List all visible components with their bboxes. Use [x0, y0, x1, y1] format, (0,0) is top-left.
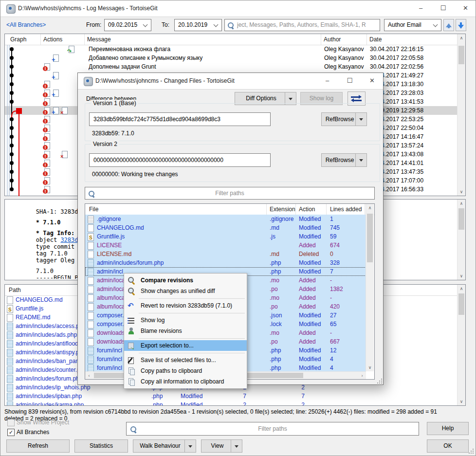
statistics-button[interactable]: Statistics [74, 439, 128, 453]
modified-icon: ! [43, 81, 50, 88]
search-up-button[interactable] [443, 19, 454, 31]
dropdown-icon[interactable] [359, 118, 363, 121]
from-date-combo[interactable]: 09.02.2015 [104, 19, 151, 31]
context-menu-item[interactable]: Copy all information to clipboard [124, 376, 247, 387]
files-vscrollbar[interactable]: ∧ ∨ [366, 204, 374, 371]
to-date-combo[interactable]: 20.10.2019 [174, 19, 222, 31]
context-menu-item[interactable]: Show log [124, 315, 247, 326]
file-row[interactable]: LICENSE Added 674 [85, 241, 366, 250]
context-menu-item[interactable] [124, 351, 247, 355]
dropdown-icon[interactable] [289, 98, 293, 100]
maximize-button[interactable]: ☐ [339, 73, 361, 90]
context-menu-item[interactable] [124, 336, 247, 340]
from-label: From: [86, 21, 101, 28]
path-row-ext: .php [151, 392, 178, 401]
file-row[interactable]: .gitignore .gitignore Modified 1 [85, 215, 366, 223]
col-actions[interactable]: Actions [43, 34, 62, 45]
file-icon [88, 356, 94, 364]
scroll-up-icon[interactable]: ∧ [458, 34, 465, 42]
dropdown-icon[interactable] [188, 445, 192, 448]
filter-paths-input[interactable]: Filter paths [126, 422, 419, 436]
scroll-left-icon[interactable]: ‹ [85, 372, 93, 379]
file-row[interactable]: LICENSE.md .md Deleted 0 [85, 250, 366, 258]
modified-icon: ! [43, 125, 50, 131]
dialog-filter-input[interactable]: Filter paths [85, 187, 375, 200]
scroll-down-icon[interactable]: ∨ [458, 398, 465, 405]
file-row[interactable]: CHANGELOG.md .md Modified 745 [85, 223, 366, 232]
all-branches-checkbox[interactable]: ✓ [7, 429, 15, 436]
col-extension[interactable]: Extension [270, 204, 295, 215]
path-row[interactable]: admin/includes/ipban.php .php Modified 7… [5, 392, 457, 401]
col-path[interactable]: Path [9, 285, 21, 295]
scroll-down-icon[interactable]: ∨ [458, 272, 465, 280]
scroll-thumb[interactable] [458, 46, 464, 64]
dropdown-icon[interactable] [235, 445, 238, 448]
added-icon: + [52, 72, 59, 79]
col-date[interactable]: Date [369, 34, 382, 45]
file-icon [88, 233, 94, 241]
ok-button[interactable]: OK [427, 439, 469, 453]
log-row[interactable]: ! + × ↷ Переименована иконка флага Oleg … [5, 45, 457, 54]
scroll-down-icon[interactable]: ∨ [366, 364, 374, 371]
col-graph[interactable]: Graph [10, 34, 26, 45]
context-menu-item[interactable]: Show changes as unified diff [124, 286, 247, 296]
message-text: tag 7.1.0 [36, 250, 68, 257]
scroll-thumb[interactable] [458, 293, 464, 315]
path-row[interactable]: admin/includes/karma.php .php Modified 2… [5, 401, 457, 405]
minimize-button[interactable]: – [410, 0, 432, 17]
log-row[interactable]: ! + × ↷ Дополнены задачи Grunt Oleg Kasy… [5, 62, 457, 71]
search-input[interactable]: ject, Messages, Paths, Authors, Emails, … [224, 19, 380, 31]
scroll-thumb[interactable] [458, 208, 464, 230]
menu-item-label: Copy all information to clipboard [141, 376, 224, 387]
file-row[interactable]: Gruntfile.js .js Modified 59 [85, 232, 366, 241]
version2-refbrowse-button[interactable]: RefBrowse [321, 153, 367, 167]
walk-behaviour-button[interactable]: Walk Behaviour [133, 439, 196, 453]
resize-grip[interactable] [469, 449, 474, 454]
scroll-right-icon[interactable]: › [358, 372, 366, 379]
all-branches-link[interactable]: <All Branches> [6, 21, 46, 28]
context-menu-item[interactable] [124, 296, 247, 300]
version1-input[interactable]: 3283db599bfdc724c7755d1d8ecd904a8699d8c3 [89, 112, 271, 126]
show-whole-project-checkbox[interactable] [7, 419, 15, 426]
scroll-up-icon[interactable]: ∧ [458, 200, 465, 207]
log-row[interactable]: ! + × ↷ Добавлено описание к Румынскому … [5, 54, 457, 62]
file-row-action: Modified [299, 258, 326, 267]
context-menu-item[interactable]: Compare revisions [124, 275, 247, 286]
app-icon [6, 4, 16, 14]
help-button[interactable]: Help [427, 422, 469, 435]
search-down-button[interactable] [456, 19, 466, 31]
scroll-up-icon[interactable]: ∧ [366, 204, 374, 212]
context-menu-item[interactable] [124, 311, 247, 315]
path-scrollbar[interactable]: ∧ ∨ [457, 285, 465, 405]
col-message[interactable]: Message [87, 34, 111, 45]
version2-input[interactable]: 0000000000000000000000000000000000000000 [89, 153, 271, 167]
close-button[interactable]: ✕ [361, 73, 383, 90]
context-menu-item[interactable]: Blame revisions [124, 326, 247, 336]
close-button[interactable]: ✕ [455, 0, 476, 17]
minimize-button[interactable]: – [316, 73, 338, 90]
col-file[interactable]: File [89, 204, 98, 215]
search-field-combo[interactable]: Author Email [384, 19, 441, 31]
context-menu-item[interactable]: Export selection to... [124, 340, 247, 351]
scroll-thumb[interactable] [367, 214, 373, 262]
col-action[interactable]: Action [299, 204, 315, 215]
maximize-button[interactable]: ☐ [432, 0, 454, 17]
context-menu-item[interactable]: Copy paths to clipboard [124, 365, 247, 376]
menu-item-label: Export selection to... [141, 340, 194, 351]
dialog-resize-grip[interactable] [377, 379, 382, 383]
refresh-button[interactable]: Refresh [6, 439, 70, 453]
dropdown-icon[interactable] [359, 159, 363, 162]
file-row-lines: - [330, 328, 363, 337]
file-row[interactable]: admin/includes/forum.php .php Modified 3… [85, 258, 366, 267]
context-menu-item[interactable]: Save list of selected files to... [124, 355, 247, 365]
version1-refbrowse-button[interactable]: RefBrowse [321, 112, 367, 126]
toolbar: <All Branches> From: 09.02.2015 To: 20.1… [0, 17, 476, 34]
message-scrollbar[interactable]: ∧ ∨ [457, 200, 465, 280]
col-lines-added[interactable]: Lines added [330, 204, 362, 215]
log-scrollbar[interactable]: ∧ ∨ [457, 34, 465, 196]
scroll-down-icon[interactable]: ∨ [458, 188, 465, 196]
context-menu-item[interactable]: Revert to revision 3283db59 (7.1.0) [124, 300, 247, 311]
scroll-up-icon[interactable]: ∧ [458, 285, 465, 292]
col-author[interactable]: Author [324, 34, 341, 45]
view-button[interactable]: View [201, 439, 242, 453]
